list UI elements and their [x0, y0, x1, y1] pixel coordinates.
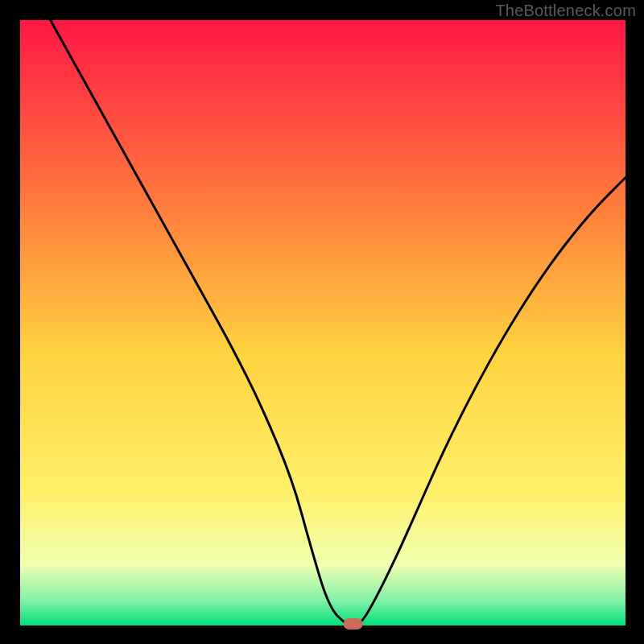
chart-svg — [0, 0, 644, 644]
marker-point — [344, 618, 363, 630]
plot-background — [20, 20, 625, 625]
chart-frame: TheBottleneck.com — [0, 0, 644, 644]
watermark-text: TheBottleneck.com — [495, 2, 636, 20]
